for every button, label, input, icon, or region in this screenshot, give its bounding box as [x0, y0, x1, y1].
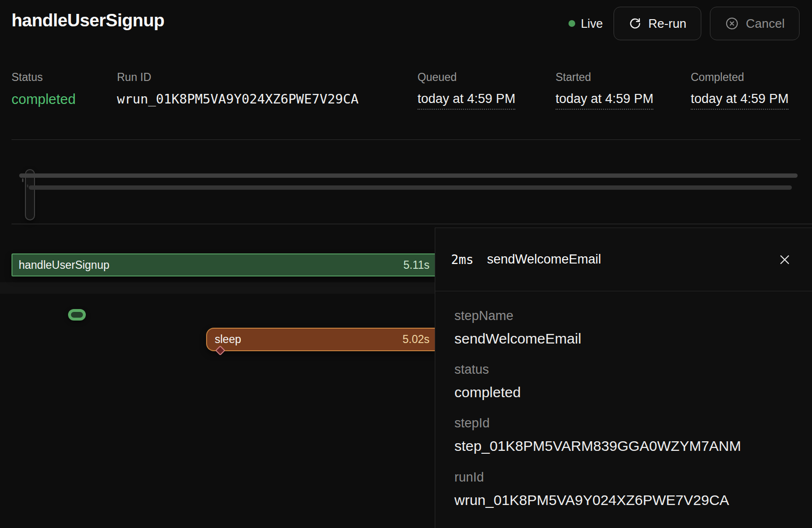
step-field-stepid-label: stepId: [454, 416, 798, 431]
gantt-bar-workflow-label: handleUserSignup: [19, 259, 109, 272]
gantt-bar-sendwelcomeemail-pill[interactable]: [68, 309, 86, 321]
live-indicator: Live: [568, 17, 603, 31]
close-icon[interactable]: [777, 253, 792, 267]
live-label: Live: [581, 17, 603, 31]
meta-queued-label: Queued: [418, 71, 515, 84]
meta-run-id: Run ID wrun_01K8PM5VA9Y024XZ6PWE7V29CA: [117, 71, 359, 106]
timeline-minimap: [0, 158, 812, 224]
step-field-stepid-value: step_01K8PM5VARM839GGA0WZYM7ANM: [454, 438, 798, 454]
step-field-stepname-value: sendWelcomeEmail: [454, 331, 798, 347]
gantt-bar-workflow-duration: 5.11s: [403, 259, 429, 272]
step-field-stepname: stepName sendWelcomeEmail: [454, 309, 798, 347]
step-detail-header: 2ms sendWelcomeEmail: [435, 228, 812, 291]
meta-completed: Completed today at 4:59 PM: [691, 71, 789, 110]
step-title: sendWelcomeEmail: [487, 252, 777, 267]
step-field-status-value: completed: [454, 384, 798, 401]
meta-status-label: Status: [12, 71, 76, 84]
gantt-row-stripe: [0, 282, 435, 294]
gantt-bar-workflow[interactable]: handleUserSignup 5.11s: [12, 253, 436, 276]
meta-divider: [12, 139, 800, 140]
step-detail-body: stepName sendWelcomeEmail status complet…: [454, 291, 798, 528]
gantt-bar-sleep[interactable]: sleep 5.02s: [206, 328, 436, 351]
live-dot-icon: [568, 20, 575, 27]
step-field-runid-label: runId: [454, 470, 798, 485]
meta-queued: Queued today at 4:59 PM: [418, 71, 515, 110]
meta-started-label: Started: [556, 71, 653, 84]
step-field-status: status completed: [454, 362, 798, 401]
meta-started-value[interactable]: today at 4:59 PM: [556, 92, 653, 110]
circle-x-icon: [725, 16, 739, 31]
gantt-bar-sleep-label: sleep: [215, 333, 241, 346]
cancel-button-label: Cancel: [746, 16, 785, 31]
page-title: handleUserSignup: [12, 11, 164, 31]
step-duration: 2ms: [451, 253, 474, 267]
rerun-button[interactable]: Re-run: [614, 7, 701, 40]
meta-completed-label: Completed: [691, 71, 789, 84]
header-actions: Live Re-run Cancel: [568, 7, 800, 40]
step-field-runid: runId wrun_01K8PM5VA9Y024XZ6PWE7V29CA: [454, 470, 798, 508]
meta-completed-value[interactable]: today at 4:59 PM: [691, 92, 789, 110]
step-field-runid-value: wrun_01K8PM5VA9Y024XZ6PWE7V29CA: [454, 492, 798, 508]
step-detail-panel: 2ms sendWelcomeEmail stepName sendWelcom…: [435, 228, 812, 528]
minimap-tick: [22, 178, 23, 182]
minimap-bar-sleep: [29, 185, 792, 190]
minimap-bar-workflow: [19, 173, 798, 178]
step-field-stepid: stepId step_01K8PM5VARM839GGA0WZYM7ANM: [454, 416, 798, 454]
refresh-icon: [628, 17, 642, 30]
cancel-button[interactable]: Cancel: [710, 7, 800, 40]
rerun-button-label: Re-run: [649, 16, 686, 31]
meta-run-id-label: Run ID: [117, 71, 359, 84]
meta-started: Started today at 4:59 PM: [556, 71, 653, 110]
meta-status-value: completed: [12, 92, 76, 107]
gantt-bar-sleep-duration: 5.02s: [403, 333, 429, 346]
meta-queued-value[interactable]: today at 4:59 PM: [418, 92, 515, 110]
step-field-status-label: status: [454, 362, 798, 377]
meta-status: Status completed: [12, 71, 76, 107]
step-field-stepname-label: stepName: [454, 309, 798, 323]
meta-run-id-value: wrun_01K8PM5VA9Y024XZ6PWE7V29CA: [117, 92, 359, 106]
